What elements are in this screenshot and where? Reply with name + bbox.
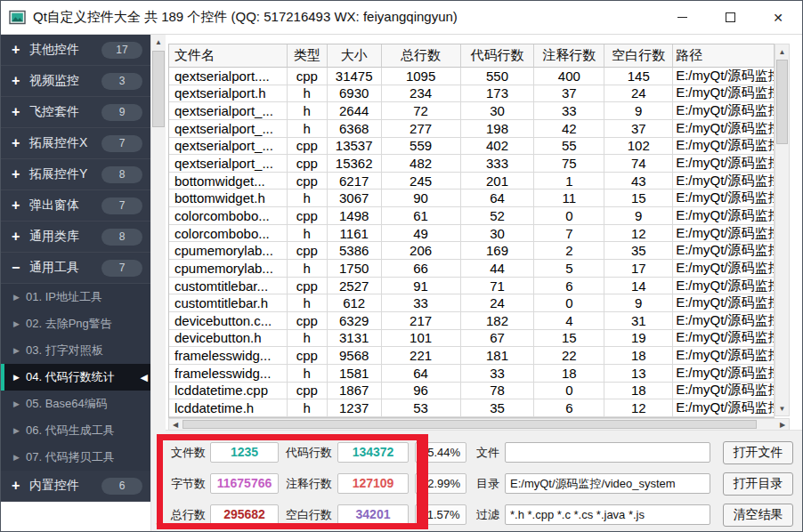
table-header-cell[interactable]: 注释行数 — [534, 44, 604, 68]
table-cell: cpp — [288, 173, 328, 190]
table-row[interactable]: customtitlebar...cpp25279171614E:/myQt/源… — [169, 278, 775, 295]
sidebar-child-item[interactable]: ▶ 06. 代码生成工具 ◀ — [1, 417, 150, 444]
table-cell: 71 — [461, 278, 535, 295]
scroll-up-icon[interactable]: ▲ — [775, 44, 789, 59]
table-header-cell[interactable]: 大小 — [328, 44, 382, 68]
count-badge: 7 — [101, 135, 142, 152]
table-hscroll-thumb[interactable] — [182, 420, 757, 429]
table-cell: 6 — [534, 278, 604, 295]
table-row[interactable]: bottomwidget...cpp6217245201143E:/myQt/源… — [169, 173, 775, 190]
sidebar-child-item[interactable]: ▶ 07. 代码拷贝工具 ◀ — [1, 444, 150, 471]
table-row[interactable]: customtitlebar.hh612332409E:/myQt/源码监控/.… — [169, 294, 775, 312]
table-cell: E:/myQt/源码监控/.. — [673, 347, 775, 365]
scroll-down-icon[interactable]: ▼ — [775, 401, 789, 415]
expand-icon: + — [12, 135, 29, 151]
table-cell: 30 — [461, 102, 535, 120]
table-header-cell[interactable]: 总行数 — [382, 44, 461, 68]
table-cell: customtitlebar.h — [169, 294, 288, 312]
sidebar-child-item[interactable]: ▶ 04. 代码行数统计 ◀ — [1, 364, 150, 391]
action-button[interactable]: 清空结果 — [723, 504, 793, 527]
table-row[interactable]: framelesswidg...cpp95682211812218E:/myQt… — [169, 347, 775, 365]
table-row[interactable]: devicebutton.c...cpp6329217182431E:/myQt… — [169, 312, 775, 330]
sidebar-scrollbar[interactable]: ▲ ▼ — [150, 35, 166, 532]
table-cell: E:/myQt/源码监控/.. — [673, 312, 775, 330]
table-cell: 30 — [461, 225, 535, 243]
table-cell: cpp — [288, 155, 328, 173]
close-button[interactable]: ✕ — [754, 1, 802, 34]
table-cell: cpp — [288, 383, 328, 400]
table-vertical-scrollbar[interactable]: ▲ ▼ — [775, 44, 790, 416]
sidebar-child-item[interactable]: ▶ 01. IP地址工具 ◀ — [1, 284, 150, 310]
table-body: qextserialport....cpp314751095550400145E… — [169, 68, 775, 417]
table-cell: 90 — [382, 189, 461, 207]
table-row[interactable]: framelesswidg...h158164331813E:/myQt/源码监… — [169, 365, 775, 383]
table-cell: 1581 — [328, 365, 382, 383]
table-row[interactable]: qextserialport....cpp314751095550400145E… — [169, 68, 775, 85]
table-row[interactable]: qextserialport_...cpp1353755940255102E:/… — [169, 138, 775, 156]
table-cell: 13 — [604, 365, 673, 383]
action-button[interactable]: 打开目录 — [723, 472, 793, 496]
table-cell: 15 — [604, 189, 673, 207]
sidebar-group-7[interactable]: + 通用类库 8 — [1, 222, 150, 253]
stat-label: 注释行数 — [286, 476, 337, 492]
io-input[interactable] — [505, 504, 710, 525]
table-row[interactable]: cpumemorylab...cpp5386206169235E:/myQt/源… — [169, 242, 775, 260]
io-input[interactable] — [505, 442, 710, 463]
table-row[interactable]: colorcombobo...h11614930712E:/myQt/源码监控/… — [169, 225, 775, 243]
table-row[interactable]: qextserialport_...h26447230339E:/myQt/源码… — [169, 102, 775, 120]
table-row[interactable]: colorcombobo...cpp1498615209E:/myQt/源码监控… — [169, 207, 775, 225]
sidebar-group-5[interactable]: + 拓展控件Y 8 — [1, 159, 150, 190]
table-cell: 9 — [604, 294, 673, 312]
table-header-cell[interactable]: 文件名 — [169, 44, 288, 68]
table-cell: 31 — [604, 312, 673, 330]
bottom-panel: 文件数 1235 代码行数 134372 45.44% 文件 打开文件 字节数 … — [166, 430, 802, 532]
table-vscroll-thumb[interactable] — [776, 60, 788, 144]
table-row[interactable]: lcddatetime.hh12375335612E:/myQt/源码监控/.. — [169, 399, 775, 417]
table-header-cell[interactable]: 路径 — [673, 44, 775, 68]
sidebar-group-6[interactable]: + 弹出窗体 7 — [1, 190, 150, 222]
sidebar-scrollbar-thumb[interactable] — [152, 51, 165, 127]
scroll-right-icon[interactable]: ▶ — [776, 419, 789, 430]
table-row[interactable]: qextserialport_...cpp153624823337574E:/m… — [169, 155, 775, 173]
table-cell: 9568 — [328, 347, 382, 365]
sidebar-group-builtin[interactable]: + 内置控件 6 — [1, 471, 150, 502]
table-row[interactable]: devicebutton.hh3131101671519E:/myQt/源码监控… — [169, 330, 775, 348]
table-row[interactable]: lcddatetime.cppcpp18679678018E:/myQt/源码监… — [169, 383, 775, 400]
table-header-cell[interactable]: 类型 — [288, 44, 328, 68]
sidebar-group-4[interactable]: + 拓展控件X 7 — [1, 128, 150, 159]
sidebar-child-item[interactable]: ▶ 05. Base64编码 ◀ — [1, 391, 150, 417]
scroll-down-icon[interactable]: ▼ — [151, 518, 166, 532]
sidebar-group-3[interactable]: + 飞控套件 9 — [1, 97, 150, 128]
sidebar-group-2[interactable]: + 视频监控 3 — [1, 66, 150, 97]
table-cell: 96 — [382, 383, 461, 400]
table-horizontal-scrollbar[interactable]: ◀ ▶ — [168, 418, 790, 431]
stat-label: 文件数 — [171, 445, 210, 461]
sidebar: + 其他控件 17 + 视频监控 3 + 飞控套件 9 + 拓展控件X 7 + … — [1, 35, 150, 532]
io-input[interactable] — [505, 473, 710, 494]
table-row[interactable]: qextserialport_...h63682771984237E:/myQt… — [169, 120, 775, 138]
table-row[interactable]: cpumemorylab...h17506644517E:/myQt/源码监控/… — [169, 260, 775, 278]
scroll-up-icon[interactable]: ▲ — [151, 35, 166, 49]
table-row[interactable]: bottomwidget.hh306790641115E:/myQt/源码监控/… — [169, 189, 775, 207]
table-header-cell[interactable]: 代码行数 — [461, 44, 535, 68]
sidebar-group-1[interactable]: + 其他控件 17 — [1, 35, 150, 66]
table-row[interactable]: qextserialport.hh69302341733724E:/myQt/源… — [169, 85, 775, 103]
sidebar-group-label: 飞控套件 — [29, 104, 79, 120]
table-cell: E:/myQt/源码监控/.. — [673, 383, 775, 400]
table-header-cell[interactable]: 空白行数 — [604, 44, 673, 68]
action-button[interactable]: 打开文件 — [723, 441, 793, 464]
child-arrow-icon: ▶ — [13, 319, 26, 328]
sidebar-group-label: 视频监控 — [29, 73, 79, 89]
stat-value-box: 11675766 — [210, 473, 279, 494]
sidebar-child-item[interactable]: ▶ 02. 去除Png警告 ◀ — [1, 310, 150, 337]
sidebar-child-item[interactable]: ▶ 03. 打字对照板 ◀ — [1, 337, 150, 364]
table-cell: cpp — [288, 207, 328, 225]
count-badge: 9 — [101, 104, 142, 121]
scroll-left-icon[interactable]: ◀ — [169, 419, 182, 430]
minimize-button[interactable] — [658, 1, 706, 34]
count-badge: 3 — [101, 73, 142, 90]
table-cell: 15 — [534, 330, 604, 348]
table-cell: 37 — [534, 85, 604, 103]
maximize-button[interactable] — [706, 1, 754, 34]
sidebar-group-8[interactable]: − 通用工具 7 — [1, 253, 150, 284]
